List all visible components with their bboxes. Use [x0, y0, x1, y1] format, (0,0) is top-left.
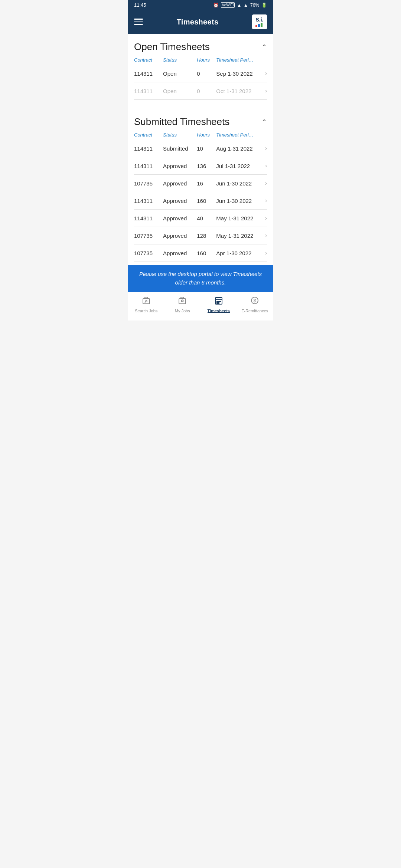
search-jobs-icon — [142, 296, 151, 307]
svg-rect-0 — [143, 299, 150, 304]
info-banner-text: Please use the desktop portal to view Ti… — [139, 271, 262, 286]
signal-icon: ▲ — [244, 3, 248, 8]
open-timesheet-row-1[interactable]: 114311 Open 0 Sep 1-30 2022 › — [134, 65, 267, 82]
nav-e-remittances-label: E-Remittances — [241, 309, 268, 313]
svg-rect-12 — [217, 303, 218, 303]
col-period-sub: Timesheet Peri… — [216, 132, 260, 138]
submitted-row-5[interactable]: 114311 Approved 40 May 1-31 2022 › — [134, 210, 267, 227]
sub-row5-hours: 40 — [197, 215, 216, 221]
timesheets-icon — [214, 296, 223, 307]
open-timesheets-collapse[interactable]: ⌃ — [261, 43, 267, 51]
nav-my-jobs-label: My Jobs — [175, 309, 190, 313]
col-status-open: Status — [163, 57, 197, 63]
sub-row6-contract: 107735 — [134, 233, 163, 239]
nav-e-remittances[interactable]: $ E-Remittances — [237, 296, 273, 313]
sub-row3-period: Jun 1-30 2022 — [216, 180, 260, 187]
sub-row1-contract: 114311 — [134, 145, 163, 152]
open-row1-status: Open — [163, 70, 197, 77]
svg-rect-3 — [179, 299, 186, 304]
bottom-nav: Search Jobs My Jobs Ti — [128, 292, 273, 320]
sub-row3-contract: 107735 — [134, 180, 163, 187]
open-row2-period: Oct 1-31 2022 — [216, 88, 260, 94]
battery-text: 76% — [250, 3, 259, 8]
sub-row7-period: Apr 1-30 2022 — [216, 250, 260, 256]
main-content: Open Timesheets ⌃ Contract Status Hours … — [128, 34, 273, 265]
nav-search-jobs-label: Search Jobs — [135, 309, 157, 313]
sub-row2-status: Approved — [163, 163, 197, 169]
status-bar: 11:45 ⏰ VoWiFi ▲ ▲ 76% 🔋 — [128, 0, 273, 10]
sub-row7-status: Approved — [163, 250, 197, 256]
sub-row4-period: Jun 1-30 2022 — [216, 198, 260, 204]
info-banner: Please use the desktop portal to view Ti… — [128, 265, 273, 292]
sub-row7-contract: 107735 — [134, 250, 163, 256]
svg-text:$: $ — [254, 298, 257, 303]
sub-row3-status: Approved — [163, 180, 197, 187]
sub-row3-chevron: › — [260, 180, 267, 187]
col-chevron-sub — [260, 132, 267, 138]
open-row2-hours: 0 — [197, 88, 216, 94]
sub-row5-period: May 1-31 2022 — [216, 215, 260, 221]
open-row1-hours: 0 — [197, 70, 216, 77]
open-timesheet-row-2[interactable]: 114311 Open 0 Oct 1-31 2022 › — [134, 82, 267, 100]
sub-row6-hours: 128 — [197, 233, 216, 239]
open-row2-contract: 114311 — [134, 88, 163, 94]
battery-icon: 🔋 — [261, 3, 267, 8]
open-row2-status: Open — [163, 88, 197, 94]
submitted-timesheets-table: Contract Status Hours Timesheet Peri… 11… — [128, 131, 273, 262]
submitted-row-6[interactable]: 107735 Approved 128 May 1-31 2022 › — [134, 227, 267, 244]
submitted-row-2[interactable]: 114311 Approved 136 Jul 1-31 2022 › — [134, 157, 267, 175]
sub-row1-period: Aug 1-31 2022 — [216, 145, 260, 152]
col-contract-open: Contract — [134, 57, 163, 63]
sub-row4-chevron: › — [260, 197, 267, 204]
sub-row4-status: Approved — [163, 198, 197, 204]
svg-rect-11 — [220, 301, 221, 302]
sub-row2-contract: 114311 — [134, 163, 163, 169]
col-hours-sub: Hours — [197, 132, 216, 138]
col-contract-sub: Contract — [134, 132, 163, 138]
vowifi-icon: VoWiFi — [221, 2, 235, 8]
status-icons: ⏰ VoWiFi ▲ ▲ 76% 🔋 — [213, 2, 267, 8]
open-timesheets-title: Open Timesheets — [134, 41, 210, 53]
svg-rect-10 — [218, 301, 219, 302]
submitted-row-3[interactable]: 107735 Approved 16 Jun 1-30 2022 › — [134, 175, 267, 192]
submitted-timesheets-collapse[interactable]: ⌃ — [261, 118, 267, 126]
nav-my-jobs[interactable]: My Jobs — [164, 296, 201, 313]
submitted-timesheets-title: Submitted Timesheets — [134, 116, 229, 128]
sub-row6-period: May 1-31 2022 — [216, 233, 260, 239]
open-timesheets-header-row: Contract Status Hours Timesheet Peri… — [134, 56, 267, 65]
col-hours-open: Hours — [197, 57, 216, 63]
wifi-icon: ▲ — [237, 3, 241, 8]
open-row1-contract: 114311 — [134, 70, 163, 77]
menu-button[interactable] — [134, 19, 143, 25]
submitted-row-7[interactable]: 107735 Approved 160 Apr 1-30 2022 › — [134, 244, 267, 262]
svg-line-2 — [145, 302, 146, 303]
toolbar: Timesheets S.i. — [128, 10, 273, 34]
submitted-row-1[interactable]: 114311 Submitted 10 Aug 1-31 2022 › — [134, 140, 267, 157]
sub-row4-hours: 160 — [197, 198, 216, 204]
sub-row6-chevron: › — [260, 232, 267, 239]
svg-rect-13 — [218, 303, 219, 303]
e-remittances-icon: $ — [250, 296, 259, 307]
open-row1-chevron: › — [260, 70, 267, 77]
sub-row3-hours: 16 — [197, 180, 216, 187]
sub-row2-period: Jul 1-31 2022 — [216, 163, 260, 169]
sub-row5-contract: 114311 — [134, 215, 163, 221]
sub-row4-contract: 114311 — [134, 198, 163, 204]
sub-row2-hours: 136 — [197, 163, 216, 169]
sub-row2-chevron: › — [260, 162, 267, 169]
nav-search-jobs[interactable]: Search Jobs — [128, 296, 164, 313]
submitted-timesheets-header: Submitted Timesheets ⌃ — [128, 109, 273, 131]
submitted-timesheets-header-row: Contract Status Hours Timesheet Peri… — [134, 131, 267, 140]
sub-row5-chevron: › — [260, 215, 267, 221]
submitted-row-4[interactable]: 114311 Approved 160 Jun 1-30 2022 › — [134, 192, 267, 210]
sub-row5-status: Approved — [163, 215, 197, 221]
nav-timesheets[interactable]: Timesheets — [200, 296, 237, 313]
svg-point-1 — [146, 300, 147, 302]
open-timesheets-table: Contract Status Hours Timesheet Peri… 11… — [128, 56, 273, 100]
my-jobs-icon — [178, 296, 187, 307]
sub-row1-hours: 10 — [197, 145, 216, 152]
alarm-icon: ⏰ — [213, 3, 219, 8]
col-status-sub: Status — [163, 132, 197, 138]
page-title: Timesheets — [177, 18, 219, 26]
sub-row7-hours: 160 — [197, 250, 216, 256]
